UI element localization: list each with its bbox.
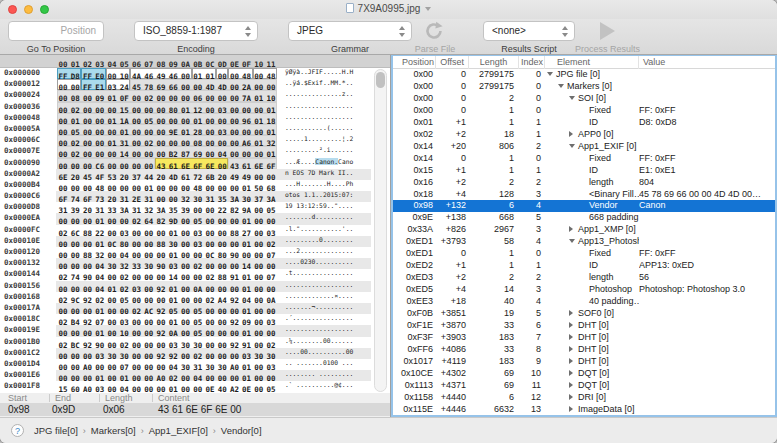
tree-row[interactable]: 0xED3+222length56 xyxy=(393,272,775,284)
hex-row[interactable]: 0x00006C000200000131000200000008000000A6… xyxy=(0,135,390,146)
disclosure-closed-icon[interactable] xyxy=(569,224,578,236)
ascii-text[interactable]: .................. xyxy=(285,102,353,113)
ascii-text[interactable]: ...Æ....Canon.Cano xyxy=(285,158,353,169)
breadcrumb-item[interactable]: App1_EXIF[0] xyxy=(149,425,208,436)
breadcrumb-item[interactable]: JPG file[0] xyxy=(34,425,78,436)
hex-byte-group[interactable]: 000200000015000000800112000300000001 xyxy=(57,102,277,113)
ascii-text[interactable]: .` ..........@¢... xyxy=(285,381,353,392)
hex-byte-group[interactable]: 000000C600000000 xyxy=(57,158,155,169)
ascii-text[interactable]: .............¤.... xyxy=(285,292,353,303)
ascii-text[interactable]: otos 1.1..2015:07: xyxy=(285,191,353,202)
hex-row[interactable]: 0x00003600020000001500000080011200030000… xyxy=(0,102,390,113)
disclosure-closed-icon[interactable] xyxy=(569,380,578,392)
ascii-text[interactable]: .......¬.......... xyxy=(285,303,353,314)
hex-byte-group[interactable]: 026C88220003000000010003000088270003 xyxy=(57,225,277,236)
document-proxy-icon[interactable] xyxy=(346,3,354,13)
hex-row[interactable]: 0x0000FC026C8822000300000001000300008827… xyxy=(0,225,390,236)
tree-row[interactable]: 0x02+2181APP0 [0] xyxy=(393,129,775,141)
tree-row[interactable]: 0xED2+111IDAPP13: 0xED xyxy=(393,260,775,272)
hex-row[interactable]: 0x0001C200000003303000009292000200000003… xyxy=(0,348,390,359)
hex-row[interactable]: 0x00014402749004000200000014000002889101… xyxy=(0,269,390,280)
hex-row[interactable]: 0x00010E000000010C8000008830000300000001… xyxy=(0,236,390,247)
tree-body[interactable]: 0x00027991750JPG file [0]0x00027991750Ma… xyxy=(393,69,775,417)
hex-row[interactable]: 0x00007E000200000014000000B2876900040000… xyxy=(0,146,390,157)
ascii-text[interactable]: .....1.........¦.2 xyxy=(285,135,353,146)
hex-byte-group[interactable]: 43616E6F xyxy=(228,158,277,169)
col-header-offset[interactable]: Offset xyxy=(436,56,469,69)
hex-row[interactable]: 0x00015600000004010203009201000A00000001… xyxy=(0,281,390,292)
hex-row[interactable]: 0x0000EA0000000100000264829D000500000001… xyxy=(0,213,390,224)
ascii-text[interactable]: ....00..........00 xyxy=(285,348,353,359)
col-header-value[interactable]: Value xyxy=(639,56,769,69)
hex-byte-group[interactable]: 4A46494600 xyxy=(130,68,191,79)
hex-byte-group[interactable]: 0048 xyxy=(228,68,252,79)
ascii-text[interactable]: ...2.............. xyxy=(285,247,353,258)
hex-row[interactable]: 0x000090000000C60000000043616E6F6E004361… xyxy=(0,158,390,169)
hex-row[interactable]: 0x000168029C9202000500000001000002A49204… xyxy=(0,292,390,303)
ascii-text[interactable]: .................. xyxy=(285,113,353,124)
parse-file-button[interactable] xyxy=(423,20,445,46)
hex-row[interactable]: 0x00005A0005000000010000009E012800030000… xyxy=(0,124,390,135)
hex-row[interactable]: 0x0000C66F746F7320312E310000323031353A30… xyxy=(0,191,390,202)
tree-row[interactable]: 0x00027991750Markers [0] xyxy=(393,81,775,93)
hex-byte-group[interactable]: 31392031333A31323A3539000022829A0005 xyxy=(57,202,277,213)
tree-row[interactable]: 0x00020SOI [0] xyxy=(393,93,775,105)
hex-byte-group[interactable]: 0048 xyxy=(253,68,277,79)
hex-row[interactable]: 0x0000D831392031333A31323A3539000022829A… xyxy=(0,202,390,213)
disclosure-closed-icon[interactable] xyxy=(569,332,578,344)
help-button[interactable]: ? xyxy=(11,424,24,437)
tree-row[interactable]: 0xF3F+39031837DHT [0] xyxy=(393,332,775,344)
hex-byte-group[interactable]: 000000033030000092920002000000033030 xyxy=(57,348,277,359)
disclosure-open-icon[interactable] xyxy=(569,93,578,105)
tree-row[interactable]: 0x115E+4446663213ImageData [0] xyxy=(393,404,775,416)
hex-byte-group[interactable]: 6F746F7320312E310000323031353A30373A xyxy=(57,191,277,202)
hex-byte-group[interactable]: 1560A00300040000000100000E40A20E0005 xyxy=(57,381,277,392)
disclosure-closed-icon[interactable] xyxy=(569,404,578,416)
tree-row[interactable]: 0x01+111IDD8: 0xD8 xyxy=(393,117,775,129)
ascii-text[interactable]: ....0230.......... xyxy=(285,258,353,269)
hex-byte-group[interactable]: 000200000014000000B28769000400000001 xyxy=(57,146,277,157)
hex-byte-group[interactable]: 02B492070003000000010005000092090003 xyxy=(57,314,277,325)
hex-byte-group[interactable]: 00010000011A000500000001000000960118 xyxy=(57,113,277,124)
hex-byte-group[interactable]: FFE0 xyxy=(81,68,105,79)
chevron-down-icon[interactable] xyxy=(425,7,431,11)
col-header-length[interactable]: Length xyxy=(469,56,519,69)
grammar-select[interactable]: JPEG xyxy=(288,21,412,41)
ascii-text[interactable]: ...........(...... xyxy=(285,124,353,135)
hex-row[interactable]: 0x00017A00000001000002AC9205000500000001… xyxy=(0,303,390,314)
hex-row[interactable]: 0x00018C02B49207000300000001000500009209… xyxy=(0,314,390,325)
hex-row[interactable]: 0x00013200000004303233309003000200000014… xyxy=(0,258,390,269)
hex-row[interactable]: 0x00002400080009010F0002000000060000007A… xyxy=(0,90,390,101)
disclosure-closed-icon[interactable] xyxy=(569,308,578,320)
ascii-text[interactable]: .................. xyxy=(285,281,353,292)
tree-row[interactable]: 0x1113+43716911DQT [0] xyxy=(393,380,775,392)
position-input[interactable]: Position xyxy=(8,21,104,41)
disclosure-open-icon[interactable] xyxy=(547,69,556,81)
breadcrumb-item[interactable]: Vendor[0] xyxy=(221,425,262,436)
hex-row[interactable]: 0x0001D40000A00000070000000430313030A001… xyxy=(0,359,390,370)
col-header-element[interactable]: Element xyxy=(545,56,639,69)
ascii-text[interactable]: .. .......0100 ... xyxy=(285,359,353,370)
hex-byte-group[interactable]: 0101 xyxy=(192,68,216,79)
ascii-text[interactable]: ........ ......... xyxy=(285,370,353,381)
disclosure-open-icon[interactable] xyxy=(569,141,578,153)
hex-row[interactable]: 0x0001E60000000100010000A002000400000001… xyxy=(0,370,390,381)
tree-row[interactable]: 0xED1010FixedFF: 0xFF xyxy=(393,248,775,260)
disclosure-closed-icon[interactable] xyxy=(569,356,578,368)
hex-byte-group[interactable]: 43616E6F6E00 xyxy=(155,158,228,169)
hex-byte-group[interactable]: 6E20454F53203744204D61726B2049490000 xyxy=(57,169,277,180)
disclosure-closed-icon[interactable] xyxy=(569,392,578,404)
tree-row[interactable]: 0xFF6+4086338DHT [0] xyxy=(393,344,775,356)
tree-row[interactable]: 0x10CE+43026910DQT [0] xyxy=(393,368,775,380)
tree-row[interactable]: 0xED5+4143PhotoshopPhotoshop: Photoshop … xyxy=(393,284,775,296)
results-script-select[interactable]: <none> xyxy=(483,21,575,41)
hex-byte-group[interactable]: 0000000100000264829D0005000000010000 xyxy=(57,213,277,224)
hex-byte-group[interactable]: 02BC92900002000000033030000092910002 xyxy=(57,337,277,348)
hex-byte-group[interactable]: 027490040002000000140000028891010007 xyxy=(57,269,277,280)
hex-byte-group[interactable]: 029C9202000500000001000002A49204000A xyxy=(57,292,277,303)
tree-row[interactable]: 0x1017+41191839DHT [0] xyxy=(393,356,775,368)
tree-row[interactable]: 0x18+41283<Binary Fill…45 78 69 66 00 00… xyxy=(393,189,775,201)
hex-byte-group[interactable]: 000000043032333090030002000000140000 xyxy=(57,258,277,269)
hex-scrollbar-thumb[interactable] xyxy=(376,72,385,88)
hex-row[interactable]: 0x0001200000883200040000000100000C809000… xyxy=(0,247,390,258)
